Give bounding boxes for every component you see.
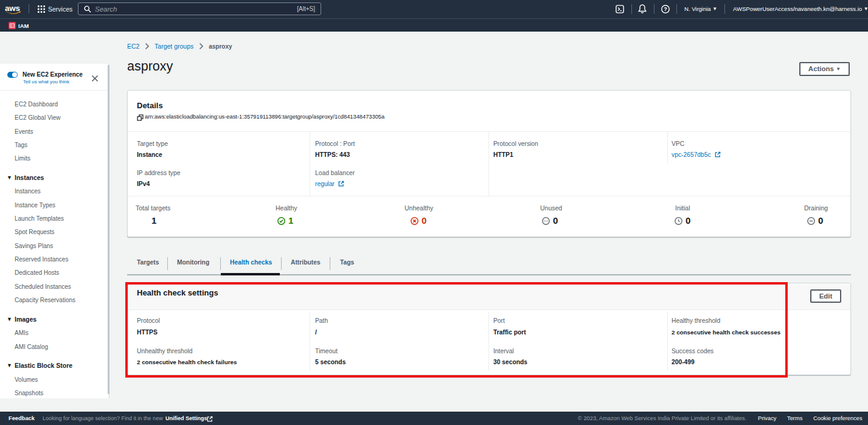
svg-text:aws: aws bbox=[5, 4, 20, 13]
svg-text:?: ? bbox=[664, 6, 667, 12]
